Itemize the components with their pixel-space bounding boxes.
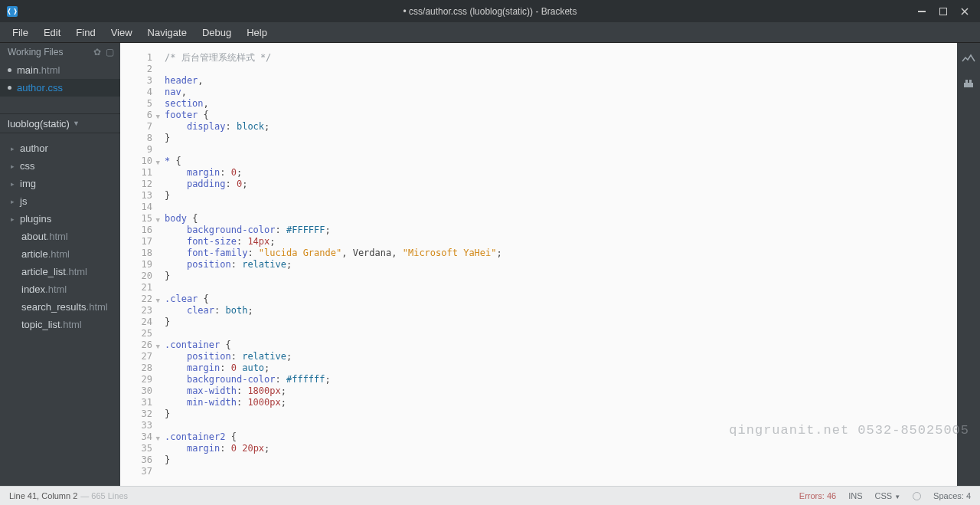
code-line[interactable]: margin: 0 auto;	[165, 362, 957, 374]
svg-rect-3	[964, 83, 973, 87]
modified-dot	[8, 86, 11, 90]
menu-help[interactable]: Help	[239, 24, 275, 41]
tree-file-index[interactable]: index.html	[0, 280, 120, 298]
gutter-line: 21	[120, 282, 158, 293]
menu-edit[interactable]: Edit	[36, 24, 68, 41]
status-lint-indicator[interactable]	[913, 492, 921, 500]
gutter-line: 4	[120, 87, 158, 98]
working-files-header: Working Files ✿ ▢	[0, 43, 120, 61]
code-line[interactable]: display: block;	[165, 121, 957, 133]
gutter-line: 2	[120, 64, 158, 75]
code-line[interactable]: position: relative;	[165, 259, 957, 271]
code-line[interactable]: background-color: #FFFFFF;	[165, 225, 957, 236]
code-line[interactable]: .container {	[165, 339, 957, 351]
file-ext: .html	[38, 64, 60, 76]
tree-dir-author[interactable]: ▸author	[0, 139, 120, 157]
code-line[interactable]	[165, 466, 957, 477]
code-line[interactable]: body {	[165, 213, 957, 225]
code-line[interactable]	[165, 282, 957, 293]
code-line[interactable]: position: relative;	[165, 351, 957, 362]
code-line[interactable]	[165, 328, 957, 339]
code-line[interactable]: }	[165, 316, 957, 328]
code-line[interactable]: section,	[165, 98, 957, 110]
code-line[interactable]	[165, 420, 957, 431]
code-line[interactable]: nav,	[165, 87, 957, 98]
svg-rect-2	[940, 8, 947, 15]
live-preview-icon[interactable]	[962, 52, 975, 66]
code-line[interactable]: }	[165, 408, 957, 420]
status-ins[interactable]: INS	[848, 491, 862, 500]
tree-dir-css[interactable]: ▸css	[0, 157, 120, 175]
tree-file-article[interactable]: article.html	[0, 245, 120, 263]
expand-triangle-icon: ▸	[11, 162, 18, 170]
code-line[interactable]: /* 后台管理系统样式 */	[165, 52, 957, 64]
tree-file-about[interactable]: about.html	[0, 228, 120, 245]
tree-file-search_results[interactable]: search_results.html	[0, 298, 120, 316]
gutter-line: 11	[120, 167, 158, 179]
menu-view[interactable]: View	[103, 24, 140, 41]
file-ext: .html	[66, 266, 87, 277]
code-line[interactable]	[165, 64, 957, 75]
extension-icon[interactable]	[962, 77, 975, 90]
gear-icon[interactable]: ✿	[93, 47, 101, 57]
gutter-line: 17	[120, 236, 158, 248]
gutter-line: 22▼	[120, 293, 158, 305]
code-line[interactable]: * {	[165, 156, 957, 167]
chevron-down-icon: ▼	[73, 120, 80, 127]
code-line[interactable]: }	[165, 454, 957, 466]
tree-dir-img[interactable]: ▸img	[0, 175, 120, 192]
code-line[interactable]: min-width: 1000px;	[165, 397, 957, 408]
code-line[interactable]: background-color: #ffffff;	[165, 374, 957, 385]
tree-dir-plugins[interactable]: ▸plugins	[0, 210, 120, 228]
gutter-line: 29	[120, 374, 158, 385]
code-line[interactable]: }	[165, 190, 957, 202]
status-bar: Line 41, Column 2 — 665 Lines Errors: 46…	[0, 486, 980, 505]
gutter-line: 30	[120, 385, 158, 397]
file-ext: .html	[48, 248, 70, 260]
code-line[interactable]: .container2 {	[165, 431, 957, 443]
file-name: search_results	[21, 301, 87, 313]
editor-scrollbar[interactable]	[946, 43, 957, 486]
code-line[interactable]: clear: both;	[165, 305, 957, 316]
gutter-line: 9	[120, 144, 158, 156]
file-ext: .html	[47, 231, 68, 242]
code-line[interactable]: footer {	[165, 110, 957, 121]
code-line[interactable]: max-width: 1800px;	[165, 385, 957, 397]
code-line[interactable]: margin: 0 20px;	[165, 443, 957, 454]
minimize-button[interactable]	[911, 4, 933, 19]
close-button[interactable]	[954, 4, 975, 19]
code-line[interactable]: font-family: "lucida Grande", Verdana, "…	[165, 248, 957, 259]
tree-file-topic_list[interactable]: topic_list.html	[0, 316, 120, 333]
status-language[interactable]: CSS ▼	[874, 491, 900, 500]
menu-navigate[interactable]: Navigate	[140, 24, 194, 41]
title-bar: • css/author.css (luoblog(static)) - Bra…	[0, 0, 980, 22]
code-line[interactable]	[165, 202, 957, 213]
code-editor[interactable]: 123456▼78910▼1112131415▼16171819202122▼2…	[120, 43, 957, 486]
menu-bar: FileEditFindViewNavigateDebugHelp	[0, 22, 980, 43]
code-line[interactable]: }	[165, 133, 957, 144]
status-indent[interactable]: Spaces: 4	[933, 491, 971, 500]
working-file-author[interactable]: author.css	[0, 79, 120, 97]
code-line[interactable]	[165, 144, 957, 156]
tree-file-article_list[interactable]: article_list.html	[0, 263, 120, 280]
working-file-main[interactable]: main.html	[0, 61, 120, 79]
menu-file[interactable]: File	[5, 24, 36, 41]
folder-name: author	[20, 143, 48, 154]
gutter-line: 26▼	[120, 339, 158, 351]
menu-debug[interactable]: Debug	[194, 24, 239, 41]
project-dropdown[interactable]: luoblog(static) ▼	[0, 113, 120, 133]
file-ext: .css	[45, 82, 63, 93]
collapse-icon[interactable]: ▢	[106, 47, 114, 57]
code-line[interactable]: font-size: 14px;	[165, 236, 957, 248]
code-line[interactable]: header,	[165, 75, 957, 87]
code-line[interactable]: .clear {	[165, 293, 957, 305]
status-errors[interactable]: Errors: 46	[799, 491, 836, 500]
file-ext: .html	[60, 319, 82, 330]
code-line[interactable]: }	[165, 271, 957, 282]
file-name: topic_list	[21, 319, 60, 330]
code-line[interactable]: padding: 0;	[165, 179, 957, 190]
menu-find[interactable]: Find	[68, 24, 103, 41]
maximize-button[interactable]	[933, 4, 954, 19]
code-line[interactable]: margin: 0;	[165, 167, 957, 179]
tree-dir-js[interactable]: ▸js	[0, 192, 120, 210]
